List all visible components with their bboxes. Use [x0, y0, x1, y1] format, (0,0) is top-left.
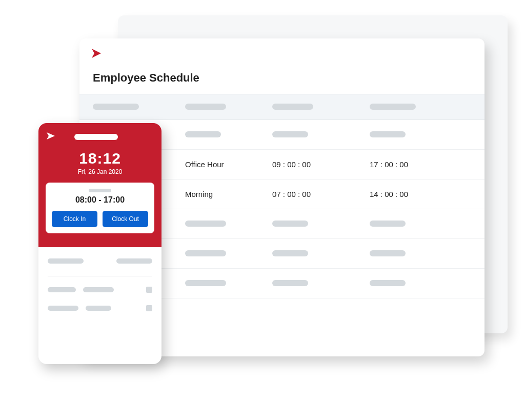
schedule-name: Morning: [185, 190, 257, 198]
clock-time: 18:12: [46, 150, 154, 167]
page-title: Employee Schedule: [79, 65, 484, 94]
mobile-top-panel: 18:12 Fri, 26 Jan 2020 08:00 - 17:00 Clo…: [38, 123, 161, 247]
table-header-row: [79, 94, 484, 120]
list-placeholder: [83, 287, 114, 292]
cell-placeholder: [185, 221, 226, 227]
schedule-end: 17 : 00 : 00: [370, 160, 452, 169]
list-placeholder: [116, 258, 152, 264]
header-placeholder: [93, 104, 139, 110]
header-placeholder: [185, 104, 226, 110]
cell-placeholder: [272, 250, 308, 256]
cell-placeholder: [185, 280, 226, 286]
list-placeholder: [48, 287, 76, 292]
list-placeholder: [86, 306, 111, 311]
clock-out-button[interactable]: Clock Out: [103, 211, 148, 227]
cell-placeholder: [272, 221, 308, 227]
notch-placeholder: [74, 134, 118, 140]
desktop-header: [79, 38, 484, 65]
list-placeholder: [48, 306, 78, 311]
list-icon-placeholder: [146, 305, 152, 311]
cell-placeholder: [370, 221, 406, 227]
schedule-start: 07 : 00 : 00: [272, 190, 354, 198]
cell-placeholder: [272, 280, 308, 286]
mobile-card: 18:12 Fri, 26 Jan 2020 08:00 - 17:00 Clo…: [38, 123, 161, 364]
list-placeholder: [48, 258, 84, 264]
cell-placeholder: [370, 250, 406, 256]
schedule-name: Office Hour: [185, 160, 257, 169]
cell-placeholder: [370, 131, 406, 137]
mobile-statusbar: [46, 131, 154, 143]
logo-arrow-icon: [91, 48, 104, 61]
list-icon-placeholder: [146, 287, 152, 293]
header-placeholder: [272, 104, 313, 110]
header-placeholder: [370, 104, 416, 110]
cell-placeholder: [185, 250, 226, 256]
shift-label-placeholder: [89, 189, 111, 192]
logo-arrow-icon: [46, 131, 57, 143]
mobile-bottom-panel: [38, 247, 161, 335]
divider: [48, 276, 152, 276]
schedule-start: 09 : 00 : 00: [272, 160, 354, 169]
cell-placeholder: [272, 131, 308, 137]
clock-in-button[interactable]: Clock In: [52, 211, 97, 227]
schedule-end: 14 : 00 : 00: [370, 190, 452, 198]
clock-date: Fri, 26 Jan 2020: [46, 168, 154, 175]
shift-card: 08:00 - 17:00 Clock In Clock Out: [46, 183, 154, 233]
shift-range: 08:00 - 17:00: [52, 195, 148, 205]
cell-placeholder: [185, 131, 221, 137]
cell-placeholder: [370, 280, 406, 286]
